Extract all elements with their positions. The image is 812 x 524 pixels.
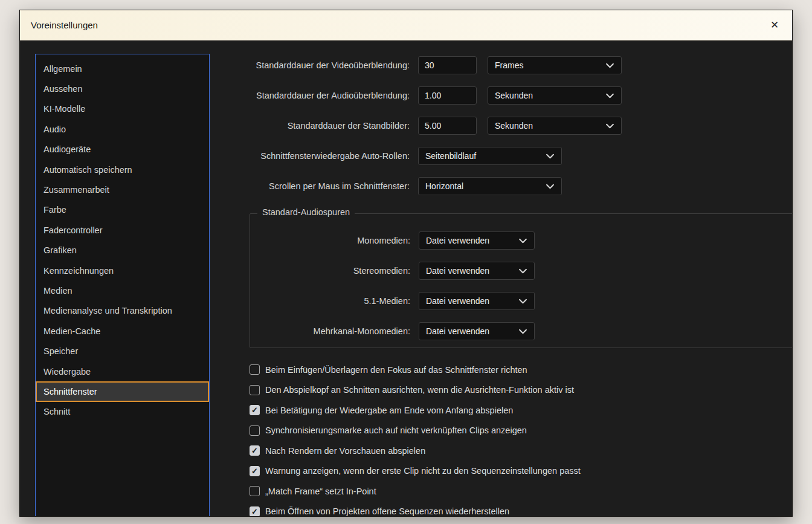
checkbox[interactable]: [250, 425, 260, 436]
checkbox-row[interactable]: Bei Betätigung der Wiedergabe am Ende vo…: [250, 400, 792, 421]
checkbox-label: Beim Einfügen/Überlagern den Fokus auf d…: [265, 365, 527, 375]
checkbox[interactable]: [250, 486, 260, 496]
checkbox-label: Synchronisierungsmarke auch auf nicht ve…: [265, 425, 527, 435]
audio-track-row: Monomedien: Datei verwenden: [250, 231, 792, 250]
dropdown-value: Datei verwenden: [426, 296, 513, 306]
checkbox-row[interactable]: Beim Öffnen von Projekten offene Sequenz…: [250, 502, 792, 517]
dialog-titlebar[interactable]: Voreinstellungen ✕: [20, 10, 792, 40]
checkbox-row[interactable]: Nach Rendern der Vorschauen abspielen: [250, 441, 792, 461]
audio-track-dropdown[interactable]: Datei verwenden: [419, 231, 535, 250]
chevron-down-icon: [546, 184, 554, 189]
sidebar-item-label: Wiedergabe: [44, 367, 91, 377]
sidebar-item[interactable]: Speicher: [36, 341, 209, 361]
duration-setting-row: Standarddauer der Audioüberblendung: Sek…: [230, 86, 792, 105]
checkbox-label: Nach Rendern der Vorschauen abspielen: [265, 446, 425, 456]
sidebar-item-label: Audio: [44, 125, 66, 134]
sidebar-item[interactable]: Schnitt: [36, 402, 209, 422]
sidebar-item[interactable]: Allgemein: [36, 59, 209, 79]
setting-label: 5.1-Medien:: [250, 296, 410, 306]
sidebar-item[interactable]: Farbe: [36, 200, 209, 220]
checkbox-row[interactable]: Beim Einfügen/Überlagern den Fokus auf d…: [250, 360, 792, 380]
select-setting-row: Schnittfensterwiedergabe Auto-Rollen: Se…: [230, 146, 792, 166]
setting-label: Stereomedien:: [250, 266, 410, 276]
setting-label: Mehrkanal-Monomedien:: [250, 326, 410, 336]
setting-label: Scrollen per Maus im Schnittfenster:: [230, 181, 410, 191]
checkbox[interactable]: [250, 466, 260, 476]
sidebar-item-label: Allgemein: [44, 64, 82, 74]
sidebar-item[interactable]: Fadercontroller: [36, 220, 209, 240]
sidebar-item[interactable]: Audiogeräte: [36, 140, 209, 160]
dropdown-value: Datei verwenden: [426, 266, 513, 276]
checkbox-row[interactable]: Warnung anzeigen, wenn der erste Clip ni…: [250, 461, 792, 482]
unit-dropdown[interactable]: Sekunden: [488, 117, 622, 135]
setting-dropdown[interactable]: Seitenbildlauf: [418, 147, 562, 165]
sidebar-item[interactable]: Aussehen: [36, 79, 209, 99]
chevron-down-icon: [519, 329, 527, 334]
sidebar-item-label: Fadercontroller: [44, 225, 103, 235]
setting-label: Standarddauer der Audioüberblendung:: [230, 91, 410, 100]
audio-track-dropdown[interactable]: Datei verwenden: [419, 262, 535, 280]
sidebar-item[interactable]: Zusammenarbeit: [36, 180, 209, 199]
general-settings-rows: Standarddauer der Videoüberblendung: Fra…: [230, 40, 792, 196]
dropdown-value: Horizontal: [425, 181, 540, 191]
sidebar-item-label: Aussehen: [44, 84, 83, 94]
sidebar-item-label: Speicher: [44, 346, 78, 356]
sidebar-item-label: Automatisch speichern: [44, 165, 132, 175]
checkbox-row[interactable]: Synchronisierungsmarke auch auf nicht ve…: [250, 421, 792, 441]
sidebar-item[interactable]: Medien-Cache: [36, 321, 209, 341]
group-legend: Standard-Audiospuren: [257, 207, 355, 217]
sidebar-item-label: Schnittfenster: [44, 387, 97, 396]
dropdown-value: Seitenbildlauf: [425, 151, 540, 161]
sidebar-item[interactable]: Schnittfenster: [36, 381, 209, 401]
checkbox[interactable]: [250, 506, 260, 516]
chevron-down-icon: [606, 123, 614, 129]
sidebar-item[interactable]: Grafiken: [36, 241, 209, 260]
checkbox-options-list: Beim Einfügen/Überlagern den Fokus auf d…: [250, 360, 792, 516]
preferences-dialog: Voreinstellungen ✕ Allgemein Aussehen KI…: [19, 10, 793, 517]
sidebar-item-label: KI-Modelle: [44, 104, 85, 114]
sidebar-item-label: Medien: [44, 286, 72, 296]
dialog-title: Voreinstellungen: [31, 20, 98, 30]
chevron-down-icon: [546, 154, 554, 159]
setting-label: Standarddauer der Videoüberblendung:: [230, 60, 410, 70]
audio-track-dropdown[interactable]: Datei verwenden: [419, 322, 535, 340]
chevron-down-icon: [606, 93, 614, 99]
checkbox-label: „Match Frame“ setzt In-Point: [265, 487, 376, 496]
audio-track-row: Stereomedien: Datei verwenden: [250, 261, 792, 280]
sidebar-item[interactable]: Kennzeichnungen: [36, 260, 209, 280]
settings-panel: Standarddauer der Videoüberblendung: Fra…: [230, 40, 792, 516]
sidebar-item-label: Kennzeichnungen: [44, 266, 114, 276]
checkbox[interactable]: [250, 385, 260, 395]
close-icon[interactable]: ✕: [767, 18, 782, 33]
sidebar-item[interactable]: Audio: [36, 119, 209, 139]
duration-setting-row: Standarddauer der Standbilder: Sekunden: [230, 116, 792, 135]
sidebar-item[interactable]: Wiedergabe: [36, 361, 209, 381]
checkbox[interactable]: [250, 364, 260, 375]
unit-dropdown[interactable]: Sekunden: [488, 86, 622, 105]
duration-input[interactable]: [418, 56, 477, 74]
audio-track-dropdown[interactable]: Datei verwenden: [419, 292, 535, 310]
sidebar-item-label: Zusammenarbeit: [44, 185, 109, 195]
checkbox[interactable]: [250, 405, 260, 415]
chevron-down-icon: [519, 299, 527, 304]
setting-label: Monomedien:: [250, 236, 410, 245]
checkbox-label: Den Abspielkopf an Schnitten ausrichten,…: [265, 385, 574, 395]
unit-dropdown[interactable]: Frames: [488, 56, 622, 74]
checkbox-row[interactable]: Den Abspielkopf an Schnitten ausrichten,…: [250, 380, 792, 401]
duration-input[interactable]: [418, 117, 477, 135]
duration-input[interactable]: [418, 86, 477, 105]
checkbox-row[interactable]: „Match Frame“ setzt In-Point: [250, 481, 792, 502]
audio-track-row: Mehrkanal-Monomedien: Datei verwenden: [250, 322, 792, 341]
setting-dropdown[interactable]: Horizontal: [418, 177, 562, 195]
dropdown-value: Datei verwenden: [426, 236, 513, 245]
sidebar-item[interactable]: Automatisch speichern: [36, 160, 209, 180]
checkbox[interactable]: [250, 445, 260, 456]
sidebar-item[interactable]: Medien: [36, 280, 209, 300]
sidebar-item[interactable]: Medienanalyse und Transkription: [36, 301, 209, 321]
sidebar-item[interactable]: KI-Modelle: [36, 99, 209, 119]
dropdown-value: Sekunden: [495, 121, 600, 131]
sidebar-item-label: Audiogeräte: [44, 144, 91, 154]
duration-setting-row: Standarddauer der Videoüberblendung: Fra…: [230, 56, 792, 75]
audio-track-row: 5.1-Medien: Datei verwenden: [250, 291, 792, 311]
standard-audio-tracks-group: Standard-Audiospuren Monomedien: Datei v…: [250, 213, 792, 348]
